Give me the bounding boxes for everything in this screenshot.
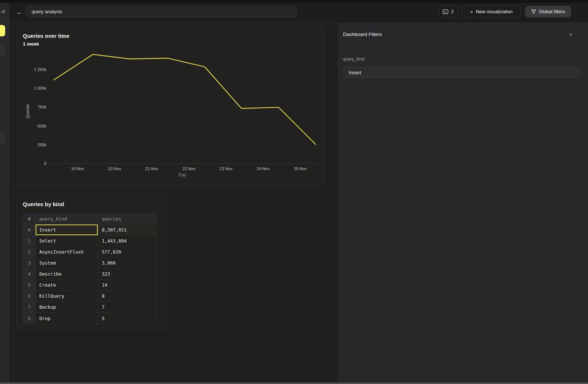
svg-text:22 Nov: 22 Nov bbox=[183, 166, 196, 171]
svg-text:Queries: Queries bbox=[25, 104, 30, 118]
left-rail: ↺ bbox=[0, 3, 10, 383]
rail-tile[interactable] bbox=[0, 132, 5, 144]
arrow-left-icon: ← bbox=[17, 9, 23, 16]
console-count: 2 bbox=[451, 9, 453, 14]
svg-text:1 250k: 1 250k bbox=[34, 67, 47, 72]
queries-value-cell[interactable]: 7 bbox=[98, 302, 157, 313]
row-index-cell: 4 bbox=[23, 269, 36, 280]
topbar: ← 2 + New visualization Global filters bbox=[10, 3, 588, 23]
console-icon bbox=[442, 9, 448, 14]
query-kind-filter-input[interactable]: Insert bbox=[343, 67, 580, 78]
global-filters-button[interactable]: Global filters bbox=[525, 6, 571, 17]
close-panel-button[interactable]: × bbox=[567, 30, 575, 39]
rail-divider bbox=[0, 23, 10, 23]
svg-text:0: 0 bbox=[44, 161, 46, 166]
table-row: 6KillQuery8 bbox=[23, 291, 156, 302]
row-index-cell: 7 bbox=[23, 302, 36, 313]
query-kind-filter-label: query_kind bbox=[343, 57, 365, 62]
svg-text:20 Nov: 20 Nov bbox=[108, 166, 121, 171]
column-header-index: # bbox=[23, 213, 36, 225]
queries-value-cell[interactable]: 8 bbox=[98, 291, 157, 302]
query-kind-cell[interactable]: Backup bbox=[36, 302, 98, 313]
queries-by-kind-card[interactable]: Queries by kind #query_kindqueries0Inser… bbox=[17, 195, 167, 330]
svg-text:750k: 750k bbox=[37, 105, 46, 109]
svg-text:24 Nov: 24 Nov bbox=[257, 166, 270, 171]
table-row: 1Select1,443,894 bbox=[23, 236, 156, 247]
queries-value-cell[interactable]: 3,060 bbox=[98, 258, 157, 269]
column-header-query-kind: query_kind bbox=[36, 213, 98, 225]
table-title: Queries by kind bbox=[23, 201, 64, 207]
queries-by-kind-table: #query_kindqueries0Insert8,307,0211Selec… bbox=[23, 213, 157, 324]
table-row: 5Create14 bbox=[23, 280, 156, 291]
svg-text:1 000k: 1 000k bbox=[34, 86, 47, 90]
dashboard-filters-panel: Dashboard Filters × query_kind Insert bbox=[338, 23, 588, 383]
table-row: 2AsyncInsertFlush577,820 bbox=[23, 247, 156, 258]
svg-text:21 Nov: 21 Nov bbox=[146, 166, 158, 171]
queries-value-cell[interactable]: 5 bbox=[98, 313, 157, 324]
funnel-icon bbox=[531, 9, 536, 14]
svg-text:500k: 500k bbox=[37, 124, 46, 128]
query-kind-cell[interactable]: Insert bbox=[36, 225, 98, 236]
svg-text:Day: Day bbox=[178, 172, 186, 177]
queries-value-cell[interactable]: 8,307,021 bbox=[98, 225, 157, 236]
queries-value-cell[interactable]: 323 bbox=[98, 269, 157, 280]
query-kind-cell[interactable]: System bbox=[36, 258, 98, 269]
global-filters-label: Global filters bbox=[539, 9, 565, 14]
back-button[interactable]: ← bbox=[15, 8, 24, 17]
row-index-cell: 5 bbox=[23, 280, 36, 291]
plus-icon: + bbox=[470, 8, 473, 15]
queries-over-time-card[interactable]: Queries over time 1 week 0250k500k750k1 … bbox=[17, 26, 325, 187]
column-header-queries: queries bbox=[98, 213, 157, 225]
queries-line-chart: 0250k500k750k1 000k1 250k19 Nov20 Nov21 … bbox=[17, 27, 325, 187]
table-row: 3System3,060 bbox=[23, 258, 156, 269]
table-header-row: #query_kindqueries bbox=[23, 213, 156, 225]
query-kind-cell[interactable]: Describe bbox=[36, 269, 98, 280]
query-kind-cell[interactable]: Drop bbox=[36, 313, 98, 324]
rail-tile[interactable] bbox=[0, 44, 5, 56]
dashboard-title-input[interactable] bbox=[26, 6, 297, 17]
line-series-queries bbox=[54, 54, 316, 144]
close-icon: × bbox=[569, 32, 572, 37]
row-index-cell: 8 bbox=[23, 313, 36, 324]
sql-console-button[interactable]: 2 bbox=[438, 6, 458, 17]
table-row: 7Backup7 bbox=[23, 302, 156, 313]
table-row: 8Drop5 bbox=[23, 313, 156, 324]
window-top-strip bbox=[0, 0, 588, 3]
new-visualization-label: New visualization bbox=[476, 9, 513, 14]
queries-value-cell[interactable]: 14 bbox=[98, 280, 157, 291]
panel-divider bbox=[338, 48, 588, 49]
row-index-cell: 6 bbox=[23, 291, 36, 302]
dashboard-canvas: Queries over time 1 week 0250k500k750k1 … bbox=[10, 23, 338, 383]
history-icon[interactable]: ↺ bbox=[1, 9, 5, 15]
row-index-cell: 3 bbox=[23, 258, 36, 269]
queries-value-cell[interactable]: 577,820 bbox=[98, 247, 157, 258]
query-kind-cell[interactable]: Select bbox=[36, 236, 98, 247]
query-kind-cell[interactable]: AsyncInsertFlush bbox=[36, 247, 98, 258]
svg-text:250k: 250k bbox=[37, 143, 46, 147]
new-visualization-button[interactable]: + New visualization bbox=[462, 6, 521, 17]
rail-tile-active[interactable] bbox=[0, 25, 5, 36]
svg-text:25 Nov: 25 Nov bbox=[294, 166, 307, 171]
table-row: 4Describe323 bbox=[23, 269, 156, 280]
queries-value-cell[interactable]: 1,443,894 bbox=[98, 236, 157, 247]
row-index-cell: 2 bbox=[23, 247, 36, 258]
query-kind-cell[interactable]: KillQuery bbox=[36, 291, 98, 302]
filters-panel-title: Dashboard Filters bbox=[343, 32, 382, 37]
row-index-cell: 1 bbox=[23, 236, 36, 247]
svg-text:23 Nov: 23 Nov bbox=[220, 166, 233, 171]
query-kind-filter-value: Insert bbox=[349, 70, 361, 75]
row-index-cell: 0 bbox=[23, 225, 36, 236]
dock-edge-strip bbox=[0, 383, 588, 384]
query-kind-cell[interactable]: Create bbox=[36, 280, 98, 291]
table-row: 0Insert8,307,021 bbox=[23, 225, 156, 236]
svg-text:19 Nov: 19 Nov bbox=[71, 166, 84, 171]
